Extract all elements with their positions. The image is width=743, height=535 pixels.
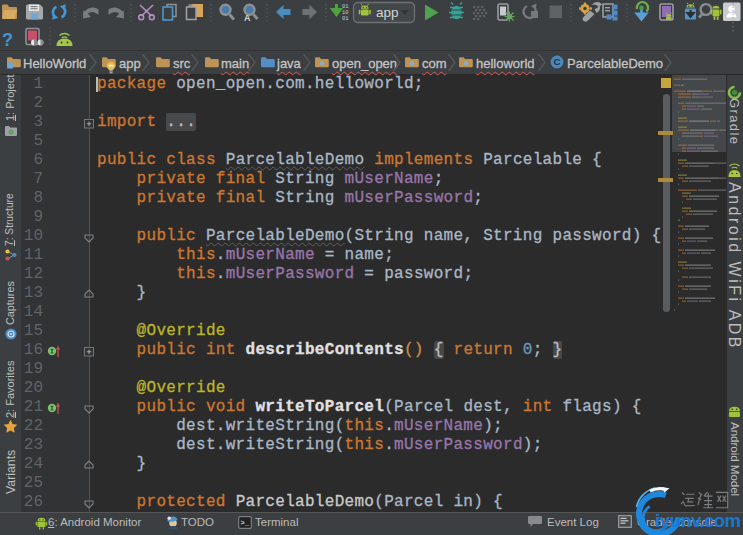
svg-text:iyunv.com: iyunv.com [655,510,741,531]
svg-text:C: C [554,56,561,67]
